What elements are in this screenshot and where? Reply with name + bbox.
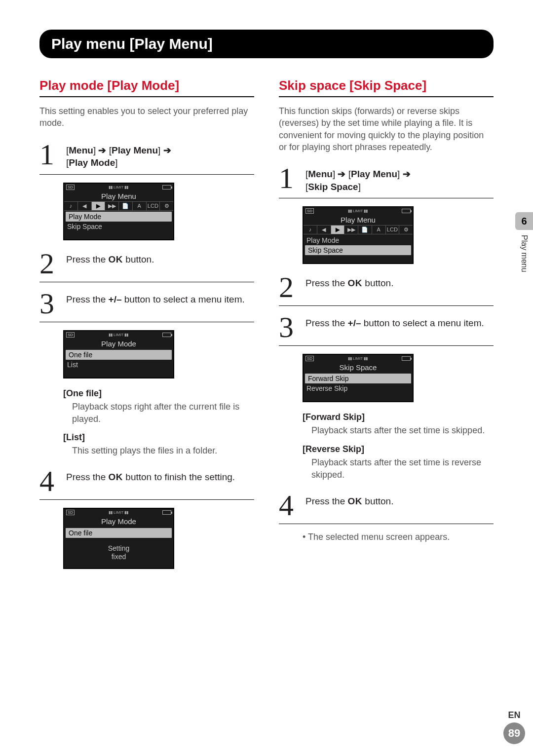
left-step-3: 3 Press the +/– button to select a menu … [39, 290, 254, 322]
lcd-item: One file [66, 528, 172, 538]
sd-icon: SD [66, 510, 75, 515]
page-header: Play menu [Play Menu] [39, 30, 494, 58]
option-label: [One file] [63, 388, 254, 399]
option-label: [Reverse Skip] [303, 444, 494, 454]
lcd-tab: A [372, 226, 386, 234]
option-desc: Playback starts after the set time is re… [303, 456, 494, 481]
lcd-tab: ▶▶ [105, 202, 119, 210]
lcd-tab: LCD [147, 202, 160, 210]
lcd-title: Play Mode [64, 339, 173, 349]
language-code: EN [503, 710, 525, 720]
battery-icon [402, 356, 411, 361]
left-column: Play mode [Play Mode] This setting enabl… [39, 78, 254, 579]
step-number: 1 [279, 165, 299, 191]
right-column: Skip space [Skip Space] This function sk… [279, 78, 494, 579]
lcd-tab: A [133, 202, 147, 210]
lcd-item: Skip Space [64, 222, 173, 231]
option-label: [Forward Skip] [303, 412, 494, 422]
lcd-screenshot-setting-fixed: SD ▮▮ LIMIT ▮▮ Play Mode One file Settin… [63, 508, 174, 569]
lcd-title: Skip Space [304, 362, 413, 373]
lcd-tab: ⚙ [160, 202, 173, 210]
lcd-tab-row: ♪ ◀ ▶ ▶▶ 📄 A LCD ⚙ [304, 225, 413, 234]
lcd-item: Reverse Skip [304, 383, 413, 393]
step-number: 2 [279, 274, 299, 301]
lcd-item: Skip Space [305, 245, 411, 255]
plus-minus-label: +/– [109, 294, 122, 304]
battery-icon [162, 510, 171, 515]
right-step-3: 3 Press the +/– button to select a menu … [279, 314, 494, 346]
lcd-status-bar: SD ▮▮ LIMIT ▮▮ [64, 509, 173, 516]
ok-label: OK [109, 472, 123, 482]
lcd-tab: ◀ [317, 226, 331, 234]
left-step-2: 2 Press the OK button. [39, 250, 254, 282]
plus-minus-label: +/– [348, 318, 361, 328]
ok-label: OK [348, 496, 363, 506]
sd-icon: SD [305, 356, 314, 361]
lcd-status-bar: SD ▮▮ LIMIT ▮▮ [304, 207, 413, 215]
step-number: 1 [39, 141, 59, 168]
left-intro: This setting enables you to select your … [39, 105, 254, 129]
step-body: [Menu] ➔ [Play Menu] ➔ [Skip Space] [305, 165, 494, 193]
step-body: Press the +/– button to select a menu it… [66, 290, 254, 306]
sd-icon: SD [305, 208, 314, 214]
option-desc: Playback starts after the set time is sk… [303, 424, 494, 437]
sd-icon: SD [66, 185, 75, 190]
lcd-status-bar: SD ▮▮ LIMIT ▮▮ [64, 331, 173, 339]
lcd-tab: ◀ [78, 202, 92, 210]
lcd-title: Play Mode [64, 516, 173, 527]
lcd-status-bar: SD ▮▮ LIMIT ▮▮ [64, 184, 173, 191]
lcd-tab: ▶ [331, 226, 345, 234]
option-desc: This setting plays the files in a folder… [63, 445, 254, 457]
option-one-file: [One file] Playback stops right after th… [63, 388, 254, 457]
page-footer: EN 89 [503, 710, 525, 744]
battery-icon [162, 185, 171, 189]
right-step-2: 2 Press the OK button. [279, 274, 494, 306]
lcd-tab: ⚙ [399, 226, 413, 234]
step-body: [Menu] ➔ [Play Menu] ➔ [Play Mode] [66, 141, 254, 169]
lcd-item: One file [66, 350, 172, 360]
step-body: Press the OK button. [66, 250, 254, 266]
lcd-screenshot-play-menu: SD ▮▮ LIMIT ▮▮ Play Menu ♪ ◀ ▶ ▶▶ 📄 A LC… [63, 183, 174, 240]
lcd-tab: ♪ [304, 226, 317, 234]
lcd-tab-row: ♪ ◀ ▶ ▶▶ 📄 A LCD ⚙ [64, 201, 173, 211]
lcd-tab: ▶▶ [344, 226, 358, 234]
page-number: 89 [503, 722, 525, 744]
step-number: 4 [39, 468, 59, 494]
lcd-title: Play Menu [304, 215, 413, 225]
option-label: [List] [63, 432, 254, 443]
left-step-4: 4 Press the OK button to finish the sett… [39, 468, 254, 500]
sd-icon: SD [66, 332, 75, 338]
right-intro: This function skips (forwards) or revers… [279, 105, 494, 153]
lcd-tab: 📄 [358, 226, 372, 234]
side-tab: 6 Play menu [515, 212, 533, 286]
step-number: 3 [39, 290, 59, 317]
lcd-tab: 📄 [119, 202, 133, 210]
ok-label: OK [348, 278, 363, 288]
left-section-title: Play mode [Play Mode] [39, 78, 254, 97]
lcd-tab: ▶ [92, 202, 106, 210]
arrow-icon: ➔ [403, 169, 411, 179]
side-label: Play menu [520, 235, 529, 272]
lcd-item: Play Mode [66, 212, 172, 222]
lcd-screenshot-skip-space: SD ▮▮ LIMIT ▮▮ Skip Space Forward Skip R… [303, 354, 414, 402]
step-body: Press the +/– button to select a menu it… [305, 314, 494, 330]
arrow-icon: ➔ [163, 145, 171, 155]
arrow-icon: ➔ [338, 169, 345, 179]
left-step-1: 1 [Menu] ➔ [Play Menu] ➔ [Play Mode] [39, 141, 254, 175]
step-body: Press the OK button to finish the settin… [66, 468, 254, 484]
option-forward-skip: [Forward Skip] Playback starts after the… [303, 412, 494, 481]
lcd-screenshot-play-menu: SD ▮▮ LIMIT ▮▮ Play Menu ♪ ◀ ▶ ▶▶ 📄 A LC… [303, 206, 414, 264]
right-step-1: 1 [Menu] ➔ [Play Menu] ➔ [Skip Space] [279, 165, 494, 198]
lcd-tab: LCD [386, 226, 400, 234]
right-section-title: Skip space [Skip Space] [279, 78, 494, 97]
ok-label: OK [109, 254, 123, 265]
option-desc: Playback stops right after the current f… [63, 401, 254, 425]
step-body: Press the OK button. [305, 492, 494, 508]
step-body: Press the OK button. [305, 274, 494, 290]
lcd-title: Play Menu [64, 191, 173, 201]
step-number: 3 [279, 314, 299, 340]
step-number: 2 [39, 250, 59, 277]
note-line: The selected menu screen appears. [303, 532, 494, 542]
chapter-badge: 6 [515, 212, 533, 230]
lcd-status-bar: SD ▮▮ LIMIT ▮▮ [304, 355, 413, 362]
